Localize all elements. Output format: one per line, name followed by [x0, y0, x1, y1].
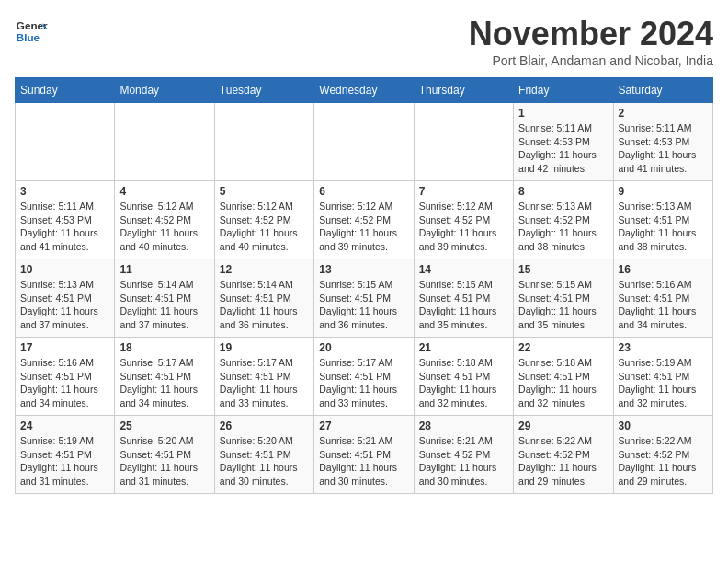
calendar-cell: 30Sunrise: 5:22 AM Sunset: 4:52 PM Dayli… — [613, 416, 712, 494]
weekday-header-friday: Friday — [514, 78, 613, 103]
calendar-cell: 8Sunrise: 5:13 AM Sunset: 4:52 PM Daylig… — [514, 181, 613, 259]
day-number: 17 — [20, 341, 109, 354]
day-info: Sunrise: 5:18 AM Sunset: 4:51 PM Dayligh… — [419, 356, 508, 410]
day-info: Sunrise: 5:20 AM Sunset: 4:51 PM Dayligh… — [119, 434, 209, 488]
svg-text:Blue: Blue — [17, 31, 40, 43]
day-info: Sunrise: 5:16 AM Sunset: 4:51 PM Dayligh… — [619, 278, 708, 332]
weekday-header-saturday: Saturday — [613, 78, 712, 103]
day-info: Sunrise: 5:15 AM Sunset: 4:51 PM Dayligh… — [419, 278, 508, 332]
calendar-week-row: 17Sunrise: 5:16 AM Sunset: 4:51 PM Dayli… — [16, 338, 713, 416]
weekday-header-thursday: Thursday — [414, 78, 513, 103]
day-number: 30 — [619, 419, 708, 432]
calendar-cell: 7Sunrise: 5:12 AM Sunset: 4:52 PM Daylig… — [414, 181, 513, 259]
calendar-cell — [414, 103, 513, 181]
calendar-cell: 16Sunrise: 5:16 AM Sunset: 4:51 PM Dayli… — [613, 259, 712, 338]
day-number: 6 — [319, 185, 408, 198]
calendar-week-row: 24Sunrise: 5:19 AM Sunset: 4:51 PM Dayli… — [16, 416, 713, 494]
calendar-cell: 13Sunrise: 5:15 AM Sunset: 4:51 PM Dayli… — [314, 259, 414, 338]
header: General Blue November 2024 Port Blair, A… — [15, 15, 713, 68]
calendar-cell: 20Sunrise: 5:17 AM Sunset: 4:51 PM Dayli… — [314, 338, 414, 416]
day-number: 7 — [419, 185, 508, 198]
calendar-week-row: 3Sunrise: 5:11 AM Sunset: 4:53 PM Daylig… — [16, 181, 713, 259]
day-info: Sunrise: 5:12 AM Sunset: 4:52 PM Dayligh… — [119, 200, 209, 254]
calendar-cell — [214, 103, 313, 181]
day-number: 24 — [20, 419, 109, 432]
calendar-cell: 25Sunrise: 5:20 AM Sunset: 4:51 PM Dayli… — [115, 416, 214, 494]
calendar-cell: 21Sunrise: 5:18 AM Sunset: 4:51 PM Dayli… — [414, 338, 513, 416]
day-number: 22 — [518, 341, 608, 354]
day-info: Sunrise: 5:15 AM Sunset: 4:51 PM Dayligh… — [319, 278, 408, 332]
calendar-cell: 24Sunrise: 5:19 AM Sunset: 4:51 PM Dayli… — [16, 416, 115, 494]
day-number: 25 — [119, 419, 209, 432]
calendar-cell: 3Sunrise: 5:11 AM Sunset: 4:53 PM Daylig… — [16, 181, 115, 259]
calendar-cell: 14Sunrise: 5:15 AM Sunset: 4:51 PM Dayli… — [414, 259, 513, 338]
day-number: 11 — [119, 263, 209, 276]
day-number: 8 — [518, 185, 608, 198]
calendar-cell: 15Sunrise: 5:15 AM Sunset: 4:51 PM Dayli… — [514, 259, 613, 338]
calendar-cell — [314, 103, 414, 181]
calendar-cell: 1Sunrise: 5:11 AM Sunset: 4:53 PM Daylig… — [514, 103, 613, 181]
day-info: Sunrise: 5:18 AM Sunset: 4:51 PM Dayligh… — [518, 356, 608, 410]
calendar-cell: 28Sunrise: 5:21 AM Sunset: 4:52 PM Dayli… — [414, 416, 513, 494]
day-number: 18 — [119, 341, 209, 354]
logo: General Blue — [15, 15, 51, 48]
day-number: 15 — [518, 263, 608, 276]
day-info: Sunrise: 5:19 AM Sunset: 4:51 PM Dayligh… — [619, 356, 708, 410]
calendar-cell: 10Sunrise: 5:13 AM Sunset: 4:51 PM Dayli… — [16, 259, 115, 338]
day-number: 27 — [319, 419, 408, 432]
day-number: 5 — [220, 185, 309, 198]
day-info: Sunrise: 5:13 AM Sunset: 4:51 PM Dayligh… — [619, 200, 708, 254]
calendar-cell: 12Sunrise: 5:14 AM Sunset: 4:51 PM Dayli… — [214, 259, 313, 338]
day-number: 23 — [619, 341, 708, 354]
day-number: 10 — [20, 263, 109, 276]
calendar-cell: 5Sunrise: 5:12 AM Sunset: 4:52 PM Daylig… — [214, 181, 313, 259]
calendar-cell: 27Sunrise: 5:21 AM Sunset: 4:51 PM Dayli… — [314, 416, 414, 494]
calendar-cell: 2Sunrise: 5:11 AM Sunset: 4:53 PM Daylig… — [613, 103, 712, 181]
calendar-cell: 19Sunrise: 5:17 AM Sunset: 4:51 PM Dayli… — [214, 338, 313, 416]
day-info: Sunrise: 5:21 AM Sunset: 4:52 PM Dayligh… — [419, 434, 508, 488]
day-number: 14 — [419, 263, 508, 276]
calendar-cell: 11Sunrise: 5:14 AM Sunset: 4:51 PM Dayli… — [115, 259, 214, 338]
day-info: Sunrise: 5:13 AM Sunset: 4:51 PM Dayligh… — [20, 278, 109, 332]
day-number: 1 — [518, 107, 608, 120]
calendar-cell — [115, 103, 214, 181]
location-title: Port Blair, Andaman and Nicobar, India — [469, 53, 713, 68]
day-number: 2 — [619, 107, 708, 120]
weekday-header-tuesday: Tuesday — [214, 78, 313, 103]
day-info: Sunrise: 5:20 AM Sunset: 4:51 PM Dayligh… — [220, 434, 309, 488]
day-info: Sunrise: 5:11 AM Sunset: 4:53 PM Dayligh… — [20, 200, 109, 254]
calendar-cell: 22Sunrise: 5:18 AM Sunset: 4:51 PM Dayli… — [514, 338, 613, 416]
day-info: Sunrise: 5:17 AM Sunset: 4:51 PM Dayligh… — [220, 356, 309, 410]
weekday-header-wednesday: Wednesday — [314, 78, 414, 103]
day-info: Sunrise: 5:15 AM Sunset: 4:51 PM Dayligh… — [518, 278, 608, 332]
weekday-header-monday: Monday — [115, 78, 214, 103]
day-number: 16 — [619, 263, 708, 276]
calendar-cell: 23Sunrise: 5:19 AM Sunset: 4:51 PM Dayli… — [613, 338, 712, 416]
day-number: 20 — [319, 341, 408, 354]
day-info: Sunrise: 5:11 AM Sunset: 4:53 PM Dayligh… — [518, 121, 608, 176]
day-number: 28 — [419, 419, 508, 432]
day-info: Sunrise: 5:16 AM Sunset: 4:51 PM Dayligh… — [20, 356, 109, 410]
day-info: Sunrise: 5:22 AM Sunset: 4:52 PM Dayligh… — [518, 434, 608, 488]
calendar-cell: 6Sunrise: 5:12 AM Sunset: 4:52 PM Daylig… — [314, 181, 414, 259]
title-area: November 2024 Port Blair, Andaman and Ni… — [469, 15, 713, 68]
day-number: 4 — [119, 185, 209, 198]
logo-icon: General Blue — [15, 15, 48, 48]
calendar-cell: 18Sunrise: 5:17 AM Sunset: 4:51 PM Dayli… — [115, 338, 214, 416]
day-info: Sunrise: 5:11 AM Sunset: 4:53 PM Dayligh… — [619, 121, 708, 176]
day-number: 21 — [419, 341, 508, 354]
day-info: Sunrise: 5:22 AM Sunset: 4:52 PM Dayligh… — [619, 434, 708, 488]
day-number: 29 — [518, 419, 608, 432]
calendar-cell: 17Sunrise: 5:16 AM Sunset: 4:51 PM Dayli… — [16, 338, 115, 416]
weekday-header-sunday: Sunday — [16, 78, 115, 103]
calendar-cell: 26Sunrise: 5:20 AM Sunset: 4:51 PM Dayli… — [214, 416, 313, 494]
day-number: 26 — [220, 419, 309, 432]
day-number: 9 — [619, 185, 708, 198]
month-title: November 2024 — [469, 15, 713, 53]
calendar-cell: 9Sunrise: 5:13 AM Sunset: 4:51 PM Daylig… — [613, 181, 712, 259]
day-info: Sunrise: 5:21 AM Sunset: 4:51 PM Dayligh… — [319, 434, 408, 488]
calendar-week-row: 1Sunrise: 5:11 AM Sunset: 4:53 PM Daylig… — [16, 103, 713, 181]
calendar-week-row: 10Sunrise: 5:13 AM Sunset: 4:51 PM Dayli… — [16, 259, 713, 338]
day-info: Sunrise: 5:13 AM Sunset: 4:52 PM Dayligh… — [518, 200, 608, 254]
day-info: Sunrise: 5:19 AM Sunset: 4:51 PM Dayligh… — [20, 434, 109, 488]
